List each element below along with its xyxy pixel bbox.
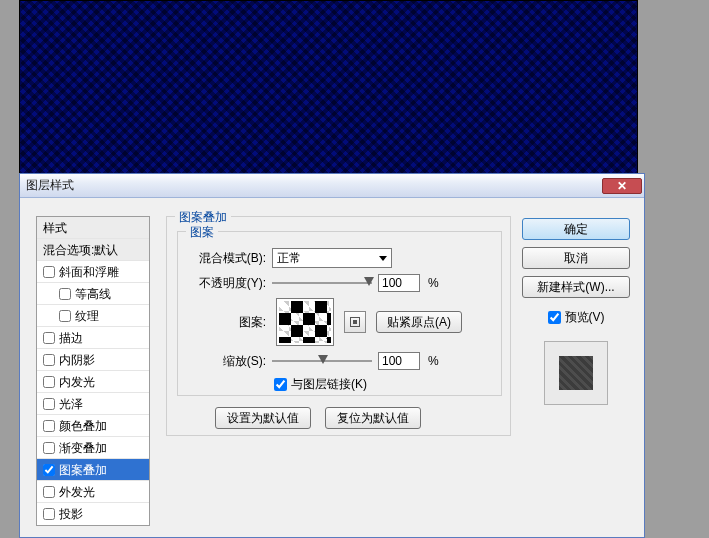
opacity-slider[interactable]: [272, 276, 372, 290]
chevron-down-icon: [379, 256, 387, 261]
link-with-layer-label: 与图层链接(K): [291, 376, 367, 393]
style-checkbox[interactable]: [43, 332, 55, 344]
canvas-background: [19, 0, 638, 177]
style-checkbox[interactable]: [43, 398, 55, 410]
link-with-layer-checkbox[interactable]: [274, 378, 287, 391]
pattern-group: 图案 混合模式(B): 正常 不透明度(Y): 100 %: [177, 231, 502, 396]
style-list-label: 描边: [59, 327, 83, 349]
style-list-item[interactable]: 纹理: [37, 305, 149, 327]
preview-swatch: [544, 341, 608, 405]
style-list-label: 投影: [59, 503, 83, 525]
style-list-label: 光泽: [59, 393, 83, 415]
reset-default-button[interactable]: 复位为默认值: [325, 407, 421, 429]
style-list-item[interactable]: 图案叠加: [37, 459, 149, 481]
style-list-item[interactable]: 内发光: [37, 371, 149, 393]
style-list-label: 纹理: [75, 305, 99, 327]
style-list-label: 内发光: [59, 371, 95, 393]
style-list-label: 图案叠加: [59, 459, 107, 481]
blend-mode-select[interactable]: 正常: [272, 248, 392, 268]
inner-legend: 图案: [186, 224, 218, 241]
style-list-label: 混合选项:默认: [43, 239, 118, 261]
style-list: 样式混合选项:默认斜面和浮雕等高线纹理描边内阴影内发光光泽颜色叠加渐变叠加图案叠…: [36, 216, 150, 526]
style-list-item[interactable]: 颜色叠加: [37, 415, 149, 437]
scale-label: 缩放(S):: [188, 353, 266, 370]
opacity-input[interactable]: 100: [378, 274, 420, 292]
preview-inner: [559, 356, 593, 390]
style-list-item[interactable]: 混合选项:默认: [37, 239, 149, 261]
style-list-item[interactable]: 内阴影: [37, 349, 149, 371]
dialog-title: 图层样式: [26, 177, 74, 194]
style-checkbox[interactable]: [43, 376, 55, 388]
style-checkbox[interactable]: [43, 442, 55, 454]
titlebar[interactable]: 图层样式 ✕: [20, 174, 644, 198]
style-list-label: 渐变叠加: [59, 437, 107, 459]
style-list-item[interactable]: 外发光: [37, 481, 149, 503]
pattern-label: 图案:: [188, 314, 266, 331]
style-checkbox[interactable]: [59, 288, 71, 300]
pct-label: %: [428, 276, 439, 290]
ok-button[interactable]: 确定: [522, 218, 630, 240]
style-list-label: 斜面和浮雕: [59, 261, 119, 283]
create-preset-icon: [350, 317, 360, 327]
new-pattern-button[interactable]: [344, 311, 366, 333]
make-default-button[interactable]: 设置为默认值: [215, 407, 311, 429]
layer-style-dialog: 图层样式 ✕ 样式混合选项:默认斜面和浮雕等高线纹理描边内阴影内发光光泽颜色叠加…: [19, 173, 645, 538]
style-list-item[interactable]: 斜面和浮雕: [37, 261, 149, 283]
close-button[interactable]: ✕: [602, 178, 642, 194]
style-list-label: 等高线: [75, 283, 111, 305]
blend-mode-label: 混合模式(B):: [188, 250, 266, 267]
style-checkbox[interactable]: [43, 420, 55, 432]
preview-label: 预览(V): [565, 309, 605, 326]
style-checkbox[interactable]: [43, 266, 55, 278]
style-list-label: 外发光: [59, 481, 95, 503]
blend-mode-value: 正常: [277, 250, 301, 267]
preview-checkbox[interactable]: [548, 311, 561, 324]
style-checkbox[interactable]: [43, 354, 55, 366]
style-checkbox[interactable]: [59, 310, 71, 322]
cancel-button[interactable]: 取消: [522, 247, 630, 269]
snap-origin-button[interactable]: 贴紧原点(A): [376, 311, 462, 333]
style-list-item[interactable]: 描边: [37, 327, 149, 349]
style-list-item[interactable]: 投影: [37, 503, 149, 525]
style-list-item[interactable]: 渐变叠加: [37, 437, 149, 459]
style-checkbox[interactable]: [43, 464, 55, 476]
opacity-label: 不透明度(Y):: [188, 275, 266, 292]
right-column: 确定 取消 新建样式(W)... 预览(V): [522, 218, 630, 405]
style-list-item[interactable]: 等高线: [37, 283, 149, 305]
scale-slider[interactable]: [272, 354, 372, 368]
style-checkbox[interactable]: [43, 508, 55, 520]
style-list-item[interactable]: 样式: [37, 217, 149, 239]
chevron-down-icon: [326, 338, 331, 343]
pattern-overlay-group: 图案叠加 图案 混合模式(B): 正常 不透明度(Y): 100 %: [166, 216, 511, 436]
close-icon: ✕: [617, 179, 627, 193]
style-list-label: 内阴影: [59, 349, 95, 371]
pattern-swatch-icon: [279, 301, 331, 343]
style-list-label: 颜色叠加: [59, 415, 107, 437]
pattern-picker[interactable]: [276, 298, 334, 346]
pct-label-2: %: [428, 354, 439, 368]
new-style-button[interactable]: 新建样式(W)...: [522, 276, 630, 298]
style-list-label: 样式: [43, 217, 67, 239]
style-list-item[interactable]: 光泽: [37, 393, 149, 415]
style-checkbox[interactable]: [43, 486, 55, 498]
scale-input[interactable]: 100: [378, 352, 420, 370]
